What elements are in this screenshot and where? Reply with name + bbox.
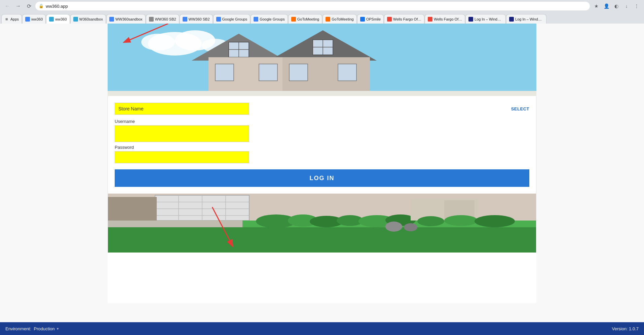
- li2-favicon: [509, 17, 514, 22]
- password-field-wrap: Password: [115, 145, 529, 163]
- tab-gg2-label: Google Groups: [260, 17, 285, 21]
- tabs-bar: ⊞ Apps ww360 ww360 W360sandbox WW360sand…: [0, 12, 644, 24]
- svg-line-51: [212, 207, 232, 246]
- svg-rect-20: [338, 64, 356, 81]
- environment-value: Production: [34, 326, 55, 331]
- environment-value-wrap: Production ▼: [34, 326, 60, 331]
- password-input[interactable]: [115, 151, 249, 163]
- svg-point-3: [141, 34, 175, 51]
- extra-space: [108, 253, 536, 303]
- address-bar[interactable]: 🔒 ww360.app: [35, 1, 590, 11]
- svg-point-49: [404, 223, 417, 231]
- tab-google-groups-1[interactable]: Google Groups: [213, 14, 251, 24]
- tab-wells-fargo-2[interactable]: Wells Fargo Office: [425, 14, 465, 24]
- username-label: Username: [115, 119, 529, 124]
- tab-sb2-2-label: WW360 SB2: [189, 17, 210, 21]
- extensions-button[interactable]: ◐: [612, 1, 621, 11]
- tab-li1-label: Log In – Window W...: [475, 17, 503, 21]
- sb2-1-favicon: [149, 17, 154, 22]
- tab-li2-label: Log In – Window W...: [515, 17, 543, 21]
- gtm1-favicon: [291, 17, 296, 22]
- house-illustration-top: [108, 24, 536, 96]
- ops-favicon: [360, 17, 365, 22]
- annotation-arrow-bottom: [192, 204, 266, 251]
- downloads-button[interactable]: ↓: [622, 1, 631, 11]
- tab-ops-label: OPSmile: [366, 17, 381, 21]
- house-image-top: [108, 24, 536, 96]
- svg-rect-47: [108, 227, 536, 253]
- svg-point-48: [385, 222, 402, 232]
- wf1-favicon: [387, 17, 392, 22]
- username-input[interactable]: [115, 125, 249, 142]
- house-illustration-bottom: [108, 194, 536, 253]
- login-container: SELECT Username Password LOG IN: [108, 96, 536, 194]
- li1-favicon: [468, 17, 473, 22]
- browser-toolbar: ← → ⟳ 🔒 ww360.app ★ 👤 ◐ ↓ ⋮: [0, 0, 644, 12]
- tab-wf1-label: Wells Fargo Office: [393, 17, 421, 21]
- svg-point-44: [417, 216, 444, 226]
- url-text: ww360.app: [46, 4, 68, 9]
- browser-chrome: ← → ⟳ 🔒 ww360.app ★ 👤 ◐ ↓ ⋮ ⊞ Apps ww360…: [0, 0, 644, 24]
- forward-button[interactable]: →: [13, 1, 23, 11]
- ww360-1-favicon: [25, 17, 30, 22]
- profile-button[interactable]: 👤: [602, 1, 611, 11]
- bookmark-star-button[interactable]: ★: [592, 1, 601, 11]
- sandbox-1-favicon: [73, 17, 78, 22]
- tab-wf2-label: Wells Fargo Office: [434, 17, 462, 21]
- tab-gotomeeting-1[interactable]: GoToMeeting: [288, 14, 322, 24]
- tab-apps-label: Apps: [10, 17, 19, 21]
- status-bar: Environment: Production ▼ Version: 1.0.7: [0, 322, 644, 335]
- tab-sb2-1-label: WW360 SB2: [155, 17, 176, 21]
- tab-gtm1-label: GoToMeeting: [297, 17, 319, 21]
- svg-rect-19: [289, 64, 308, 81]
- tab-sandbox-1-label: W360sandbox: [79, 17, 103, 21]
- back-button[interactable]: ←: [3, 1, 12, 11]
- tab-ww360-1[interactable]: ww360: [22, 14, 46, 24]
- store-name-input[interactable]: [115, 103, 249, 115]
- apps-favicon: ⊞: [4, 17, 9, 22]
- select-link[interactable]: SELECT: [511, 106, 529, 111]
- svg-rect-21: [108, 91, 536, 96]
- password-label: Password: [115, 145, 529, 150]
- menu-button[interactable]: ⋮: [632, 1, 641, 11]
- lock-icon: 🔒: [39, 4, 44, 8]
- sandbox-2-favicon: [109, 17, 114, 22]
- sb2-2-favicon: [183, 17, 187, 22]
- page-wrapper: SELECT Username Password LOG IN: [0, 24, 644, 322]
- environment-dropdown-icon[interactable]: ▼: [56, 327, 60, 331]
- svg-point-46: [475, 215, 515, 227]
- tab-sandbox-2-label: WW360sandbox: [115, 17, 143, 21]
- svg-point-45: [444, 215, 478, 226]
- browser-icons: ★ 👤 ◐ ↓ ⋮: [592, 1, 641, 11]
- tab-ww360-1-label: ww360: [31, 17, 43, 21]
- store-name-row: SELECT: [115, 103, 529, 115]
- house-image-bottom: [108, 194, 536, 253]
- gg2-favicon: [254, 17, 258, 22]
- version-label: Version: 1.0.7: [612, 326, 639, 331]
- tab-ww360sandbox-2[interactable]: WW360sandbox: [106, 14, 146, 24]
- tab-apps[interactable]: ⊞ Apps: [1, 14, 22, 24]
- gtm2-favicon: [326, 17, 330, 22]
- wf2-favicon: [428, 17, 432, 22]
- tab-wells-fargo-1[interactable]: Wells Fargo Office: [384, 14, 424, 24]
- login-button[interactable]: LOG IN: [115, 169, 529, 187]
- tab-gg1-label: Google Groups: [222, 17, 248, 21]
- tab-ww360sandbox-1[interactable]: W360sandbox: [70, 14, 106, 24]
- ww360-2-favicon: [49, 17, 54, 22]
- center-wrapper: SELECT Username Password LOG IN: [0, 24, 644, 303]
- tab-login-1[interactable]: Log In – Window W...: [465, 14, 506, 24]
- username-field-wrap: Username: [115, 119, 529, 142]
- tab-login-2[interactable]: Log In – Window W...: [506, 14, 546, 24]
- gg1-favicon: [216, 17, 221, 22]
- tab-google-groups-2[interactable]: Google Groups: [251, 14, 288, 24]
- environment-label: Environment:: [5, 326, 31, 331]
- tab-ww360sb2-1[interactable]: WW360 SB2: [146, 14, 179, 24]
- svg-rect-18: [259, 64, 277, 81]
- reload-button[interactable]: ⟳: [24, 1, 34, 11]
- svg-rect-17: [215, 64, 234, 81]
- tab-ww360sb2-2[interactable]: WW360 SB2: [180, 14, 213, 24]
- tab-gotomeeting-2[interactable]: GoToMeeting: [323, 14, 356, 24]
- tab-ww360-2[interactable]: ww360: [46, 14, 70, 24]
- tab-opsmile[interactable]: OPSmile: [357, 14, 384, 24]
- svg-rect-33: [108, 197, 157, 221]
